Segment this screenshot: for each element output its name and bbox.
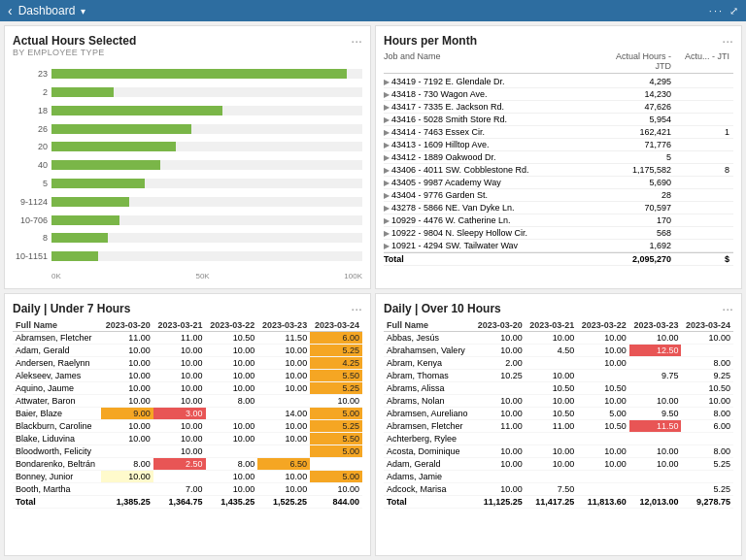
value-cell: 10.00 [206, 482, 258, 495]
bar-label: 10-706 [13, 215, 48, 225]
daily-under7-more[interactable]: ··· [351, 302, 362, 315]
job-name-cell: ▶43278 - 5866 NE. Van Dyke Ln. [384, 203, 597, 213]
expand-btn[interactable]: ▶ [384, 90, 390, 99]
actual-cell: 1,692 [597, 241, 675, 250]
actu2-cell: 8 [675, 165, 733, 175]
expand-icon[interactable]: ⤢ [729, 5, 738, 17]
value-cell: 7.50 [526, 482, 578, 495]
actual-hours-more[interactable]: ··· [351, 34, 362, 48]
expand-btn[interactable]: ▶ [384, 103, 390, 112]
table-row: Blackburn, Caroline10.0010.0010.0010.005… [13, 419, 362, 432]
value-cell [629, 381, 682, 394]
table-row: Abrams, Alissa10.5010.5010.50 [384, 381, 733, 394]
bar-fill [51, 106, 222, 115]
dashboard-title: Dashboard [18, 4, 76, 17]
more-options-icon[interactable]: ··· [709, 5, 724, 16]
job-text: 43418 - 730 Wagon Ave. [391, 89, 488, 99]
hours-per-month-more[interactable]: ··· [722, 34, 733, 48]
value-cell: 5.00 [310, 407, 362, 419]
expand-btn[interactable]: ▶ [384, 141, 390, 149]
expand-btn[interactable]: ▶ [384, 216, 390, 225]
actual-cell: 1,175,582 [597, 165, 675, 175]
back-arrow[interactable]: ‹ [8, 3, 13, 18]
value-cell: 10.00 [153, 344, 206, 356]
actual-cell: 71,776 [597, 140, 675, 149]
chevron-down-icon[interactable]: ▾ [81, 6, 85, 16]
table-row: Abbas, Jesús10.0010.0010.0010.0010.00 [384, 331, 733, 344]
actual-cell: 5 [597, 152, 675, 162]
hours-row: ▶10929 - 4476 W. Catherine Ln.170 [384, 214, 733, 227]
value-cell [681, 470, 733, 482]
value-cell: 10.00 [153, 356, 206, 369]
hours-row: ▶43418 - 730 Wagon Ave.14,230 [384, 88, 733, 101]
value-cell: 10.00 [257, 381, 310, 394]
bar-row: 18 [13, 104, 362, 117]
expand-btn[interactable]: ▶ [384, 115, 390, 124]
expand-btn[interactable]: ▶ [384, 179, 390, 187]
col-header: 2023-03-20 [101, 319, 153, 332]
actual-cell: 14,230 [597, 89, 675, 99]
value-cell: 10.00 [473, 457, 526, 470]
name-cell: Andersen, Raelynn [13, 356, 101, 369]
value-cell: 11.00 [153, 331, 206, 344]
expand-btn[interactable]: ▶ [384, 166, 390, 175]
value-cell [257, 445, 310, 457]
bar-row: 26 [13, 122, 362, 136]
daily-under7-table: Full Name2023-03-202023-03-212023-03-222… [13, 319, 362, 509]
value-cell: 10.00 [206, 470, 258, 482]
expand-btn[interactable]: ▶ [384, 153, 390, 162]
bar-label: 2 [13, 87, 48, 97]
hours-table-body: ▶43419 - 7192 E. Glendale Dr.4,295▶43418… [384, 76, 733, 280]
value-cell [629, 432, 682, 445]
expand-btn[interactable]: ▶ [384, 204, 390, 213]
expand-btn[interactable]: ▶ [384, 242, 390, 250]
expand-btn[interactable]: ▶ [384, 78, 390, 86]
total-cell: 12,013.00 [629, 495, 682, 508]
value-cell: 10.00 [310, 394, 362, 407]
value-cell: 10.00 [257, 344, 310, 356]
bar-axis-label: 0K [51, 272, 61, 280]
name-cell: Acosta, Dominique [384, 445, 473, 457]
daily-over10-more[interactable]: ··· [722, 302, 733, 315]
bar-fill [51, 160, 160, 170]
value-cell: 10.00 [577, 331, 629, 344]
value-cell: 10.00 [526, 331, 578, 344]
job-name-cell: ▶43406 - 4011 SW. Cobblestone Rd. [384, 165, 597, 175]
value-cell: 10.00 [473, 407, 526, 419]
total-cell: 11,813.60 [577, 495, 629, 508]
bar-container [51, 87, 362, 97]
value-cell [153, 470, 206, 482]
hours-per-month-panel: Hours per Month ··· Job and Name Actual … [375, 25, 742, 289]
name-cell: Bondarenko, Beltrán [13, 457, 101, 470]
table-row: Abrahamsen, Valery10.004.5010.0012.50 [384, 344, 733, 356]
table-row: Aquino, Jaume10.0010.0010.0010.005.25 [13, 381, 362, 394]
total-cell: 1,435.25 [206, 495, 258, 508]
job-text: 43405 - 9987 Academy Way [391, 178, 501, 187]
value-cell: 10.00 [206, 432, 258, 445]
job-name-cell: ▶43417 - 7335 E. Jackson Rd. [384, 102, 597, 112]
name-cell: Booth, Martha [13, 482, 101, 495]
value-cell: 8.00 [101, 457, 153, 470]
expand-btn[interactable]: ▶ [384, 128, 390, 137]
name-cell: Baier, Blaze [13, 407, 101, 419]
expand-btn[interactable]: ▶ [384, 229, 390, 238]
actual-cell: 170 [597, 215, 675, 225]
expand-btn[interactable]: ▶ [384, 191, 390, 200]
value-cell: 10.00 [101, 344, 153, 356]
col-header: Full Name [13, 319, 101, 332]
value-cell: 6.00 [310, 331, 362, 344]
value-cell: 10.00 [526, 369, 578, 381]
actual-hours-subtitle: BY EMPLOYEE TYPE [13, 48, 136, 57]
bar-row: 9-1124 [13, 195, 362, 209]
value-cell [577, 369, 629, 381]
name-cell: Abrahamsen, Valery [384, 344, 473, 356]
hours-row: ▶43412 - 1889 Oakwood Dr.5 [384, 151, 733, 164]
table-row: Attwater, Baron10.0010.008.0010.00 [13, 394, 362, 407]
value-cell: 10.00 [257, 470, 310, 482]
value-cell: 10.00 [473, 344, 526, 356]
actual-cell: 70,597 [597, 203, 675, 213]
value-cell: 10.00 [577, 356, 629, 369]
job-name-cell: ▶43414 - 7463 Essex Cir. [384, 127, 597, 137]
value-cell: 5.50 [310, 369, 362, 381]
value-cell: 10.00 [206, 381, 258, 394]
